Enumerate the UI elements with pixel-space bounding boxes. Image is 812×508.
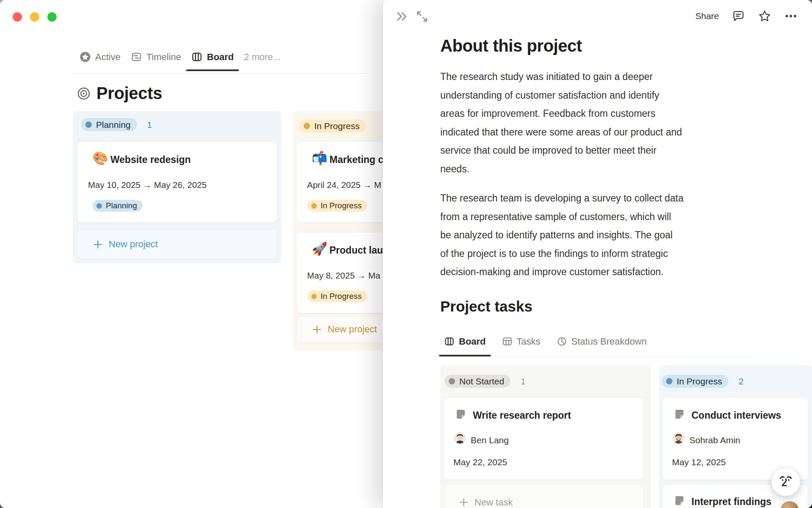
status-dot bbox=[666, 378, 672, 384]
status-badge: In Progress bbox=[299, 119, 366, 133]
tasks-column-not-started: Not Started 1 Write research report Ben … bbox=[440, 365, 651, 508]
minimize-window-button[interactable] bbox=[30, 12, 39, 22]
page-title-text: Projects bbox=[96, 84, 162, 103]
plus-icon bbox=[458, 497, 469, 508]
comments-icon[interactable] bbox=[732, 9, 745, 23]
about-paragraph-1: The research study was initiated to gain… bbox=[440, 68, 764, 178]
status-badge: In Progress bbox=[662, 375, 728, 388]
new-project-button[interactable]: New project bbox=[77, 229, 277, 259]
about-paragraph-2: The research team is developing a survey… bbox=[440, 189, 764, 282]
project-tasks-heading: Project tasks bbox=[440, 298, 532, 315]
rocket-emoji-icon: 🚀 bbox=[312, 242, 327, 256]
close-window-button[interactable] bbox=[13, 12, 22, 22]
status-badge: In Progress bbox=[307, 200, 367, 212]
new-task-button[interactable]: New task bbox=[444, 484, 644, 508]
star-badge-icon bbox=[80, 51, 91, 63]
column-count: 1 bbox=[521, 376, 526, 387]
tab-tasks-board-view[interactable]: Board bbox=[439, 327, 491, 356]
expand-page-icon[interactable] bbox=[415, 9, 429, 24]
more-options-icon[interactable] bbox=[784, 9, 798, 23]
assignee-name: Ben Lang bbox=[471, 435, 509, 445]
tab-status-breakdown-view[interactable]: Status Breakdown bbox=[551, 327, 652, 356]
card-title: Product laun bbox=[329, 245, 389, 256]
card-title: Conduct interviews bbox=[691, 410, 781, 421]
column-count: 1 bbox=[147, 120, 152, 130]
status-badge: Planning bbox=[81, 118, 137, 131]
tab-board-view[interactable]: Board bbox=[186, 43, 239, 71]
tab-timeline-view[interactable]: Timeline bbox=[126, 43, 186, 71]
window-controls bbox=[13, 12, 57, 22]
status-badge: Planning bbox=[93, 200, 143, 212]
avatar bbox=[673, 432, 684, 444]
card-title: Website redesign bbox=[110, 154, 191, 166]
status-dot bbox=[311, 203, 317, 209]
pie-chart-icon bbox=[557, 336, 567, 347]
card-date: May 22, 2025 bbox=[453, 457, 507, 467]
notion-window: Active Timeline Board 2 more... bbox=[0, 0, 812, 508]
note-page-icon bbox=[673, 408, 686, 422]
status-dot bbox=[449, 378, 455, 384]
tab-label: Status Breakdown bbox=[571, 336, 647, 347]
status-dot bbox=[304, 123, 310, 129]
tab-label: Active bbox=[95, 52, 121, 63]
status-dot bbox=[85, 121, 92, 128]
task-card-write-research-report[interactable]: Write research report Ben Lang May 22, 2… bbox=[444, 397, 644, 480]
avatar bbox=[454, 432, 466, 444]
target-icon bbox=[77, 87, 91, 100]
project-card-website-redesign[interactable]: 🎨 Website redesign May 10, 2025 → May 26… bbox=[77, 141, 277, 223]
table-icon bbox=[502, 336, 513, 347]
status-badge: In Progress bbox=[307, 290, 367, 302]
timeline-icon bbox=[131, 51, 142, 63]
plus-icon bbox=[93, 239, 103, 250]
palette-emoji-icon: 🎨 bbox=[93, 151, 108, 166]
column-count: 2 bbox=[738, 376, 743, 387]
plus-icon bbox=[312, 324, 322, 335]
card-dates: May 8, 2025 → Ma bbox=[307, 271, 380, 281]
status-dot bbox=[96, 203, 102, 209]
board-icon bbox=[191, 51, 203, 63]
tab-more-views[interactable]: 2 more... bbox=[239, 43, 286, 71]
board-icon bbox=[444, 336, 455, 347]
tab-label: Board bbox=[459, 336, 486, 347]
page-title: Projects bbox=[77, 84, 162, 103]
note-page-icon bbox=[673, 494, 686, 508]
board-column-planning: Planning 1 🎨 Website redesign May 10, 20… bbox=[73, 111, 281, 263]
assignee-name: Sohrab Amin bbox=[689, 435, 740, 445]
notion-ai-button[interactable] bbox=[771, 467, 800, 496]
tab-label: Timeline bbox=[146, 52, 181, 63]
status-dot bbox=[311, 294, 317, 299]
tasks-view-tab-bar: Board Tasks Status Breakdown bbox=[439, 327, 753, 356]
card-dates: May 10, 2025 → May 26, 2025 bbox=[88, 180, 206, 190]
ai-face-icon bbox=[777, 473, 794, 490]
favorite-star-icon[interactable] bbox=[758, 9, 771, 23]
close-peek-chevrons-icon[interactable] bbox=[395, 9, 409, 24]
card-title: Marketing c bbox=[329, 154, 384, 166]
status-badge: Not Started bbox=[444, 375, 510, 388]
tab-label: Board bbox=[207, 52, 234, 63]
mailbox-emoji-icon: 📬 bbox=[312, 151, 327, 166]
tab-active-view[interactable]: Active bbox=[74, 43, 126, 71]
note-page-icon bbox=[455, 408, 467, 422]
card-date: May 12, 2025 bbox=[672, 457, 726, 467]
card-title: Interpret findings bbox=[691, 496, 771, 508]
tab-label: 2 more... bbox=[244, 52, 281, 63]
side-peek-panel: Share About this project The research st… bbox=[383, 0, 812, 508]
card-title: Write research report bbox=[473, 410, 571, 421]
card-dates: April 24, 2025 → M bbox=[307, 180, 381, 190]
share-button[interactable]: Share bbox=[695, 11, 719, 21]
tab-label: Tasks bbox=[517, 336, 540, 347]
view-tab-bar: Active Timeline Board 2 more... bbox=[71, 43, 368, 74]
zoom-window-button[interactable] bbox=[47, 12, 57, 22]
tab-tasks-table-view[interactable]: Tasks bbox=[497, 327, 546, 356]
about-heading: About this project bbox=[440, 36, 582, 55]
